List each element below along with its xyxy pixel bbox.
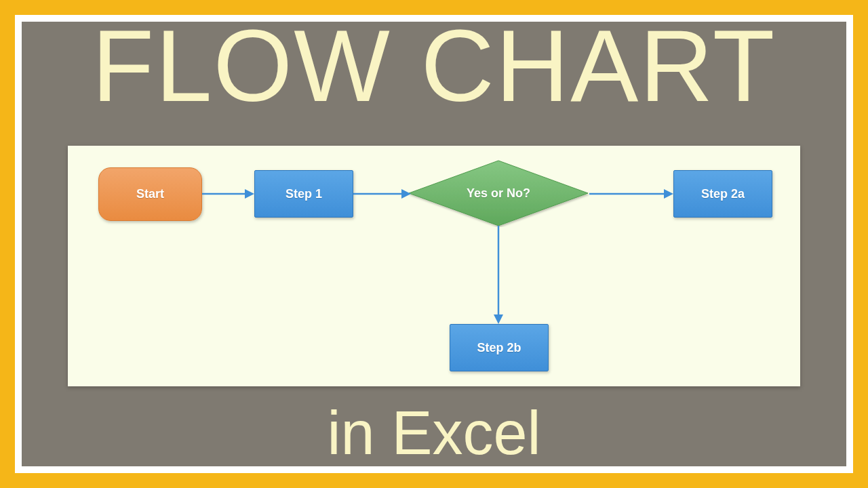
gray-panel: FLOW CHART Start Step 1 bbox=[22, 22, 846, 466]
flow-node-step2b: Step 2b bbox=[450, 324, 549, 371]
flow-node-decision: Yes or No? bbox=[408, 159, 589, 227]
outer-frame: FLOW CHART Start Step 1 bbox=[0, 0, 868, 488]
flow-node-decision-label: Yes or No? bbox=[467, 186, 530, 201]
flow-node-start-label: Start bbox=[136, 187, 164, 201]
title-top: FLOW CHART bbox=[22, 15, 846, 117]
svg-marker-6 bbox=[664, 189, 673, 199]
flowchart-canvas: Start Step 1 bbox=[68, 146, 800, 386]
white-frame: FLOW CHART Start Step 1 bbox=[15, 15, 853, 473]
arrow-step1-to-decision bbox=[353, 185, 411, 203]
arrow-decision-to-step2a bbox=[589, 185, 673, 203]
svg-marker-8 bbox=[494, 314, 503, 324]
flow-node-step2a-label: Step 2a bbox=[701, 187, 745, 201]
flow-node-step2b-label: Step 2b bbox=[477, 341, 521, 355]
arrow-decision-to-step2b bbox=[490, 226, 507, 324]
svg-marker-2 bbox=[245, 189, 254, 199]
arrow-start-to-step1 bbox=[202, 185, 254, 203]
title-bottom: in Excel bbox=[22, 403, 846, 464]
flow-node-start: Start bbox=[98, 167, 202, 221]
flow-node-step1-label: Step 1 bbox=[285, 187, 322, 201]
flow-node-step1: Step 1 bbox=[254, 170, 353, 218]
flow-node-step2a: Step 2a bbox=[673, 170, 772, 218]
